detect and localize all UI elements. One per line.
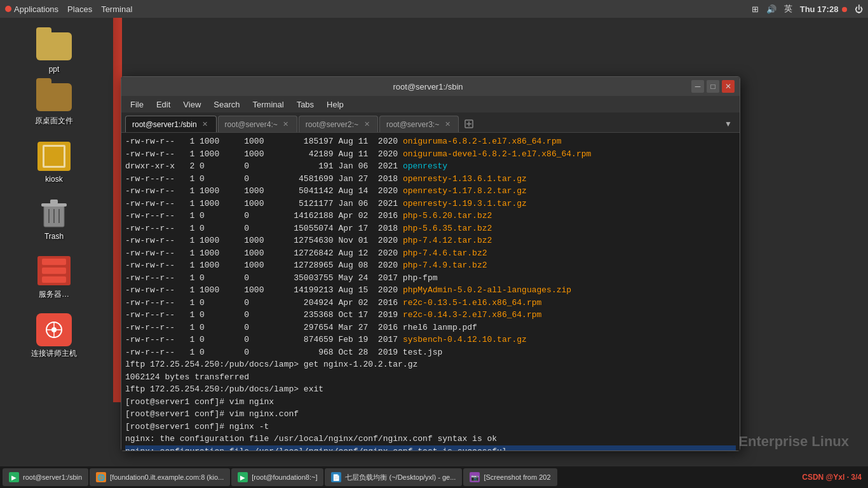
- terminal-menubar: File Edit View Search Terminal Tabs Help: [121, 96, 740, 112]
- taskbar-icon-terminal2: ▶: [238, 472, 248, 482]
- menu-terminal[interactable]: Terminal: [248, 98, 289, 111]
- taskbar-label-screenshot: [Screenshot from 202: [484, 473, 550, 481]
- trash-svg: [41, 199, 67, 228]
- lang-indicator[interactable]: 英: [784, 3, 792, 15]
- menu-edit[interactable]: Edit: [151, 98, 175, 111]
- top-menu-bar: Applications Places Terminal ⊞ 🔊 英 Thu 1…: [0, 0, 868, 18]
- taskbar-item-fuzai[interactable]: 📄 七层负载均衡 (~/Desktop/yxl) - ge...: [325, 468, 462, 486]
- kiosk-shape: [37, 142, 71, 171]
- places-menu[interactable]: Places: [67, 4, 92, 14]
- connect-shape: [36, 313, 72, 346]
- terminal-line: nginx: the configuration file /usr/local…: [125, 433, 736, 445]
- yuanzhuo-icon: [36, 81, 72, 113]
- terminal-line: nginx: configuration file /usr/local/ngi…: [125, 445, 736, 451]
- audio-icon[interactable]: 🔊: [766, 4, 776, 14]
- maximize-button[interactable]: □: [707, 80, 719, 93]
- network-icon[interactable]: ⊞: [752, 4, 759, 14]
- menu-help[interactable]: Help: [322, 98, 349, 111]
- top-bar-right: ⊞ 🔊 英 Thu 17:28 ⏻: [752, 3, 863, 15]
- tab-close-2[interactable]: ✕: [362, 120, 371, 129]
- trash-icon: [36, 198, 72, 229]
- folder-dark-shape: [36, 83, 72, 111]
- tab-close-0[interactable]: ✕: [201, 120, 210, 129]
- tab-server3[interactable]: root@server3:~ ✕: [379, 116, 459, 132]
- tab-close-1[interactable]: ✕: [281, 120, 290, 129]
- terminal-line: -rw-r--r-- 1 0 0 204924 Apr 02 2016 re2c…: [125, 297, 736, 309]
- terminal-line: -rw-rw-r-- 1 1000 1000 12726842 Aug 12 2…: [125, 247, 736, 260]
- tab-close-3[interactable]: ✕: [443, 120, 452, 129]
- tab-label-0: root@server1:/sbin: [132, 120, 197, 129]
- power-icon[interactable]: ⏻: [855, 4, 863, 14]
- taskbar-icon-doc: 📄: [331, 472, 341, 482]
- taskbar-label-foundation8: [root@foundation8:~]: [252, 473, 317, 481]
- terminal-line: [root@server1 conf]# vim nginx.conf: [125, 408, 736, 421]
- terminal-line: -rw-r--r-- 1 0 0 297654 Mar 27 2016 rhel…: [125, 322, 736, 334]
- terminal-window: root@server1:/sbin ─ □ ✕ File Edit View …: [121, 76, 740, 451]
- terminal-content[interactable]: -rw-rw-r-- 1 1000 1000 185197 Aug 11 202…: [121, 133, 740, 451]
- csdn-badge: CSDN @Yxl · 3/4: [798, 473, 865, 482]
- desktop-icon-ppt[interactable]: ppt: [22, 30, 86, 74]
- menu-file[interactable]: File: [125, 98, 149, 111]
- taskbar-item-screenshot[interactable]: 📷 [Screenshot from 202: [463, 468, 557, 486]
- tab-dropdown-arrow[interactable]: ▼: [721, 116, 736, 132]
- tab-label-1: root@server4:~: [225, 120, 278, 129]
- taskbar-label-root-sbin: root@server1:/sbin: [23, 473, 82, 481]
- folder-shape: [36, 32, 72, 60]
- terminal-line: -rw-rw-r-- 1 1000 1000 12754630 Nov 01 2…: [125, 234, 736, 247]
- window-controls: ─ □ ✕: [691, 80, 735, 93]
- ppt-label: ppt: [49, 65, 60, 74]
- terminal-titlebar: root@server1:/sbin ─ □ ✕: [121, 77, 740, 96]
- terminal-line: -rw-r--r-- 1 0 0 14162188 Apr 02 2016 ph…: [125, 210, 736, 222]
- terminal-line: [root@server1 conf]# nginx -t: [125, 421, 736, 433]
- taskbar-label-foundation0: [foundation0.ilt.example.com:8 (kio...: [110, 473, 224, 481]
- tab-server2[interactable]: root@server2:~ ✕: [299, 116, 378, 132]
- svg-rect-2: [50, 200, 58, 204]
- taskbar-item-root-sbin[interactable]: ▶ root@server1:/sbin: [3, 468, 88, 486]
- kiosk-label: kiosk: [45, 175, 62, 184]
- taskbar-item-foundation0[interactable]: 🌐 [foundation0.ilt.example.com:8 (kio...: [90, 468, 230, 486]
- menu-view[interactable]: View: [178, 98, 206, 111]
- tab-label-2: root@server2:~: [306, 120, 358, 129]
- menu-tabs[interactable]: Tabs: [292, 98, 319, 111]
- yuanzhuo-label: 原桌面文件: [35, 116, 73, 126]
- connect-svg: [44, 320, 64, 339]
- desktop-icon-trash[interactable]: Trash: [22, 198, 86, 241]
- terminal-line: -rw-rw-r-- 1 1000 1000 14199213 Aug 15 2…: [125, 284, 736, 297]
- tab-label-3: root@server3:~: [386, 120, 439, 129]
- desktop-icon-yuanzhuo[interactable]: 原桌面文件: [22, 81, 86, 126]
- close-button[interactable]: ✕: [722, 80, 735, 93]
- terminal-line: -rw-rw-r-- 1 1000 1000 185197 Aug 11 202…: [125, 135, 736, 148]
- server-shape: [37, 256, 71, 285]
- terminal-title: root@server1:/sbin: [165, 82, 691, 92]
- taskbar-label-fuzai: 七层负载均衡 (~/Desktop/yxl) - ge...: [345, 473, 456, 482]
- taskbar-icon-camera: 📷: [470, 472, 480, 482]
- terminal-line: -rw-rw-r-- 1 1000 1000 12728965 Aug 08 2…: [125, 259, 736, 272]
- terminal-line: -rw-r--r-- 1 0 0 4581699 Jan 27 2018 ope…: [125, 173, 736, 186]
- tab-server1-sbin[interactable]: root@server1:/sbin ✕: [125, 116, 217, 132]
- terminal-line: -rw-r--r-- 1 0 0 15055074 Apr 17 2018 ph…: [125, 222, 736, 235]
- desktop-icon-server[interactable]: 服务器…: [22, 255, 86, 300]
- minimize-button[interactable]: ─: [691, 80, 704, 93]
- taskbar-icon-terminal: ▶: [9, 472, 19, 482]
- applications-menu[interactable]: Applications: [5, 4, 58, 14]
- connect-icon: [36, 314, 72, 346]
- new-tab-button[interactable]: [460, 116, 478, 132]
- terminal-line: -rw-rw-r-- 1 1000 1000 5121177 Jan 06 20…: [125, 198, 736, 210]
- taskbar-item-foundation8[interactable]: ▶ [root@foundation8:~]: [231, 468, 323, 486]
- taskbar: ▶ root@server1:/sbin 🌐 [foundation0.ilt.…: [0, 466, 868, 488]
- terminal-line: -rw-r--r-- 1 0 0 35003755 May 24 2017 ph…: [125, 272, 736, 285]
- clock: Thu 17:28: [800, 4, 847, 14]
- server-icon: [36, 255, 72, 287]
- menu-search[interactable]: Search: [208, 98, 245, 111]
- rec-dot: [842, 7, 847, 12]
- terminal-menu[interactable]: Terminal: [101, 4, 132, 14]
- terminal-line: -rw-r--r-- 1 0 0 235368 Oct 17 2019 re2c…: [125, 309, 736, 322]
- desktop-icon-connect[interactable]: 连接讲师主机: [22, 314, 86, 359]
- trash-label: Trash: [44, 232, 64, 241]
- terminal-line: [root@server1 conf]# vim nginx: [125, 396, 736, 409]
- terminal-line: -rw-rw-r-- 1 1000 1000 42189 Aug 11 2020…: [125, 148, 736, 161]
- desktop-icon-kiosk[interactable]: kiosk: [22, 140, 86, 184]
- tab-server4[interactable]: root@server4:~ ✕: [218, 116, 297, 132]
- terminal-line: -rw-r--r-- 1 0 0 968 Oct 28 2019 test.js…: [125, 346, 736, 359]
- app-dot: [5, 6, 11, 12]
